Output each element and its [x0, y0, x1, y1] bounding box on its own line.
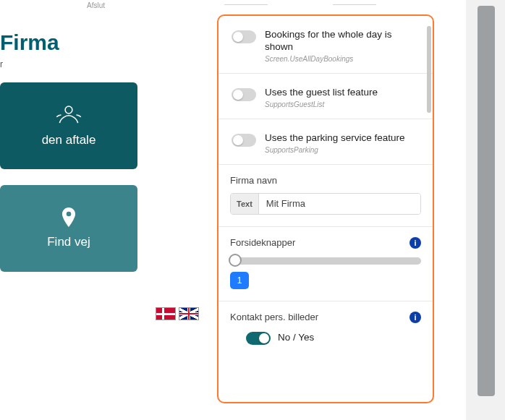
setting-title: Uses the guest list feature	[265, 87, 378, 99]
gutter-bar	[478, 6, 495, 396]
tile-find-way[interactable]: Find vej	[0, 185, 137, 272]
tile-label: den aftale	[42, 133, 96, 147]
input-addon-text: Text	[231, 194, 259, 214]
setting-sub: SupportsParking	[265, 146, 405, 154]
map-pin-icon	[61, 207, 76, 231]
forsideknapper-label: Forsideknapper	[230, 237, 295, 248]
toggle-kontakt-billeder[interactable]	[246, 332, 271, 345]
right-gutter	[466, 0, 505, 420]
tile-label: Find vej	[47, 235, 90, 249]
language-flags	[156, 307, 199, 320]
setting-title: Uses the parking service feature	[265, 132, 405, 145]
tile-no-appointment[interactable]: den aftale	[0, 82, 137, 169]
setting-guest-list: Uses the guest list feature SupportsGues…	[218, 74, 433, 119]
kontakt-toggle-label: No / Yes	[278, 332, 314, 343]
slider-thumb[interactable]	[229, 254, 242, 267]
scrollbar[interactable]	[427, 26, 431, 113]
section-forsideknapper: Forsideknapper i 1	[218, 227, 433, 301]
kontakt-label: Kontakt pers. billeder	[230, 312, 318, 322]
toggle-all-day-bookings[interactable]	[232, 30, 256, 43]
company-title: Firma	[0, 30, 204, 55]
person-outline-icon	[54, 104, 84, 129]
tab-divider	[217, 0, 434, 12]
firma-navn-input-group: Text	[230, 193, 421, 215]
setting-sub: SupportsGuestList	[265, 100, 378, 108]
preview-pane: Afslut Firma r den aftale Find vej	[0, 0, 210, 420]
section-kontakt-billeder: Kontakt pers. billeder i No / Yes	[218, 301, 433, 356]
info-icon[interactable]: i	[409, 312, 421, 323]
setting-parking: Uses the parking service feature Support…	[218, 119, 433, 165]
section-firma-navn: Firma navn Text	[218, 165, 433, 227]
svg-point-0	[65, 106, 72, 113]
toggle-guest-list[interactable]	[232, 88, 256, 101]
setting-title: Bookings for the whole day is shown	[265, 29, 423, 53]
settings-panel: Bookings for the whole day is shown Scre…	[217, 14, 434, 403]
toggle-parking[interactable]	[232, 134, 256, 147]
company-sub: r	[0, 59, 204, 69]
info-icon[interactable]: i	[409, 237, 421, 249]
afslut-label: Afslut	[87, 1, 105, 9]
firma-navn-input[interactable]	[259, 194, 420, 214]
firma-navn-label: Firma navn	[230, 175, 421, 186]
slider-value-badge: 1	[230, 272, 249, 289]
flag-dk-icon[interactable]	[156, 307, 176, 320]
flag-uk-icon[interactable]	[179, 307, 199, 320]
setting-sub: Screen.UseAllDayBookings	[265, 55, 423, 63]
setting-all-day-bookings: Bookings for the whole day is shown Scre…	[218, 16, 433, 74]
forsideknapper-slider[interactable]	[230, 257, 421, 265]
